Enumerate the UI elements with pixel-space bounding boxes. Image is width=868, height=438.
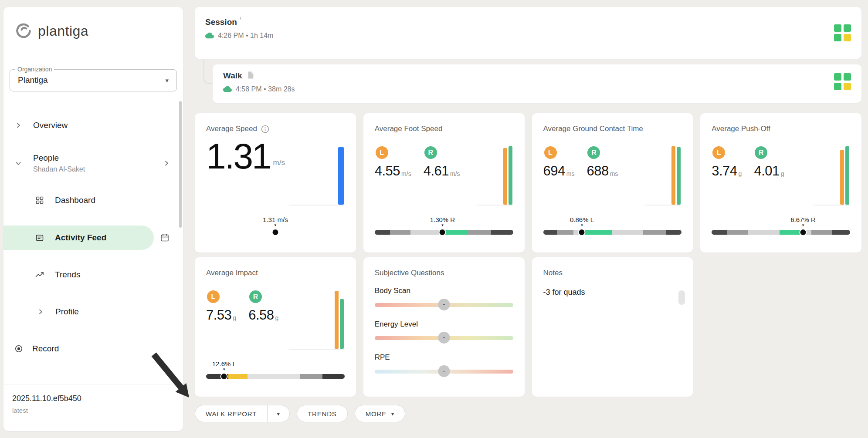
plantiga-logo-icon bbox=[15, 22, 32, 40]
sidebar-item-activity-feed[interactable]: Activity Feed bbox=[3, 226, 154, 250]
right-unit: ms bbox=[610, 170, 618, 179]
mini-bar-chart bbox=[814, 147, 850, 206]
sidebar-item-label: Trends bbox=[55, 270, 80, 280]
walk-title: Walk bbox=[223, 71, 242, 81]
slider-knob[interactable]: - bbox=[438, 332, 450, 344]
more-button[interactable]: MORE ▾ bbox=[355, 405, 406, 422]
sidebar-item-dashboard[interactable]: Dashboard bbox=[3, 188, 183, 212]
card-title: Subjective Questions bbox=[375, 269, 444, 277]
session-title: Session bbox=[205, 17, 237, 27]
asymmetry-pin: 6.67% R ▾ bbox=[790, 216, 816, 227]
left-value: 694 bbox=[543, 163, 565, 179]
document-icon bbox=[248, 71, 254, 79]
right-value: 688 bbox=[587, 163, 608, 179]
walk-report-button[interactable]: WALK REPORT bbox=[195, 405, 267, 422]
card-title: Notes bbox=[543, 269, 563, 277]
chevron-right-icon bbox=[36, 308, 45, 315]
metric-card-impact: Average Impact L 7.53 g R 6.58 g bbox=[195, 257, 356, 397]
sidebar-item-record[interactable]: Record bbox=[3, 337, 183, 361]
metric-card-push-off: Average Push-Off L 3.74 g R 4.01 g bbox=[700, 113, 861, 253]
sidebar-item-overview[interactable]: Overview bbox=[3, 113, 183, 138]
subjective-label: Energy Level bbox=[375, 320, 513, 329]
session-time: 4:26 PM • 1h 14m bbox=[218, 31, 273, 40]
right-value: 6.58 bbox=[248, 307, 274, 323]
chevron-right-icon[interactable] bbox=[163, 160, 170, 167]
asymmetry-widget: 0.86% L ▾ bbox=[543, 216, 682, 239]
dashboard-grid-icon bbox=[35, 196, 44, 205]
walk-report-dropdown-button[interactable]: ▾ bbox=[267, 405, 290, 422]
caret-down-icon: ▾ bbox=[263, 224, 288, 227]
caret-down-icon: ▾ bbox=[212, 368, 236, 371]
notes-content[interactable]: -3 for quads bbox=[543, 288, 682, 297]
left-badge: L bbox=[207, 290, 220, 303]
metric-card-foot-speed: Average Foot Speed L 4.55 m/s R 4.61 m/s bbox=[363, 113, 525, 253]
sidebar-item-label: Overview bbox=[33, 121, 68, 131]
info-icon[interactable] bbox=[261, 125, 269, 133]
slider-knob[interactable]: - bbox=[438, 299, 450, 310]
walk-report-split-button: WALK REPORT ▾ bbox=[195, 405, 290, 422]
trends-button[interactable]: TRENDS bbox=[297, 405, 347, 422]
asymmetry-track bbox=[712, 230, 850, 235]
metric-title: Average Push-Off bbox=[712, 125, 770, 133]
asymmetry-widget: 1.30% R ▾ bbox=[375, 216, 513, 239]
walk-status-grid-icon[interactable] bbox=[834, 73, 851, 90]
value-marker: 1.31 m/s ▾ bbox=[206, 216, 345, 239]
mini-bar-chart bbox=[289, 291, 345, 350]
sidebar-item-label: Dashboard bbox=[55, 195, 95, 206]
notes-card: Notes -3 for quads bbox=[532, 257, 693, 397]
marker-dot bbox=[271, 229, 279, 236]
left-value: 7.53 bbox=[206, 307, 231, 323]
app-version: 2025.11.10.ef5b450 bbox=[12, 394, 174, 404]
left-unit: ms bbox=[566, 170, 575, 179]
main-content: Session + 4:26 PM • 1h 14m Walk 4:58 PM … bbox=[195, 7, 861, 422]
activity-feed-icon bbox=[35, 233, 44, 242]
right-unit: g bbox=[275, 314, 278, 323]
metric-title: Average Ground Contact Time bbox=[543, 125, 643, 133]
walk-card[interactable]: Walk 4:58 PM • 38m 28s bbox=[213, 64, 861, 103]
session-plus-icon: + bbox=[239, 15, 242, 22]
sidebar-item-trends[interactable]: Trends bbox=[3, 263, 183, 287]
cloud-sync-icon bbox=[223, 86, 232, 92]
organization-label: Organization bbox=[15, 66, 54, 73]
logo-block: plantiga bbox=[3, 7, 183, 55]
organization-select[interactable]: Organization Plantiga ▾ bbox=[10, 69, 177, 91]
subjective-slider[interactable]: - bbox=[375, 332, 513, 344]
subjective-row-body-scan: Body Scan - bbox=[375, 286, 513, 310]
caret-down-icon: ▾ bbox=[430, 224, 455, 227]
selected-person-name: Shadan Al-Saket bbox=[33, 165, 85, 173]
sidebar-scrollbar-thumb[interactable] bbox=[179, 101, 182, 228]
sidebar-item-people[interactable]: People Shadan Al-Saket bbox=[3, 144, 183, 182]
right-badge: R bbox=[587, 146, 600, 159]
right-badge: R bbox=[755, 146, 767, 159]
left-value: 3.74 bbox=[712, 163, 737, 179]
sidebar-item-profile[interactable]: Profile bbox=[3, 300, 183, 324]
cloud-sync-icon bbox=[205, 32, 214, 39]
notes-scrollbar-thumb[interactable] bbox=[678, 290, 685, 305]
asymmetry-dot bbox=[799, 229, 807, 236]
slider-knob[interactable]: - bbox=[438, 365, 450, 377]
chevron-down-icon bbox=[14, 160, 23, 167]
metric-value: 1.31 bbox=[206, 139, 271, 173]
subjective-row-energy-level: Energy Level - bbox=[375, 320, 513, 344]
asymmetry-pin: 12.6% L ▾ bbox=[212, 360, 236, 371]
session-status-grid-icon[interactable] bbox=[834, 24, 851, 41]
asymmetry-widget: 6.67% R ▾ bbox=[712, 216, 850, 239]
logo-text: plantiga bbox=[38, 23, 88, 39]
chevron-right-icon bbox=[14, 122, 23, 129]
mini-bar-chart bbox=[289, 147, 345, 206]
sidebar-item-label: Record bbox=[32, 344, 59, 354]
sidebar-footer: 2025.11.10.ef5b450 latest bbox=[3, 384, 183, 431]
asymmetry-widget: 12.6% L ▾ bbox=[206, 360, 345, 383]
trends-icon bbox=[35, 270, 44, 279]
subjective-slider[interactable]: - bbox=[375, 365, 513, 377]
subjective-slider[interactable]: - bbox=[375, 299, 513, 311]
sidebar-item-label: People bbox=[33, 153, 85, 163]
left-badge: L bbox=[376, 146, 388, 159]
calendar-icon[interactable] bbox=[160, 233, 170, 243]
walk-time: 4:58 PM • 38m 28s bbox=[236, 85, 295, 93]
mini-bar-chart bbox=[477, 147, 513, 206]
session-card[interactable]: Session + 4:26 PM • 1h 14m bbox=[195, 7, 861, 59]
asymmetry-dot bbox=[220, 373, 228, 380]
more-button-label: MORE bbox=[366, 410, 387, 418]
sidebar-item-label: Profile bbox=[55, 307, 79, 317]
